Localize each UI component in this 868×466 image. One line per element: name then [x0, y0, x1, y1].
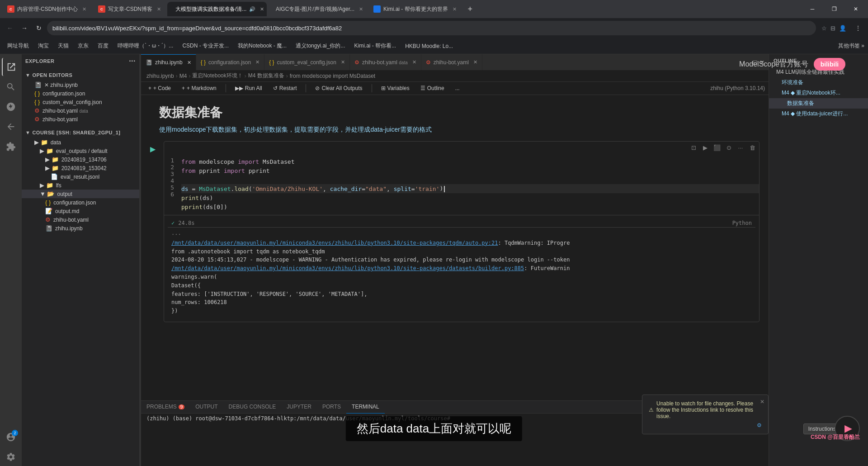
cell-tool-more-icon[interactable]: ···	[736, 143, 745, 152]
tab-kimi[interactable]: Kimi.ai - 帮你看更大的世界 ✕	[368, 2, 462, 16]
open-file-custom-eval[interactable]: { } custom_eval_config.json	[22, 98, 139, 106]
bookmark-baidu[interactable]: 百度	[94, 41, 112, 51]
bookmark-csdn[interactable]: CSDN - 专业开发...	[179, 41, 232, 51]
run-all-button[interactable]: ▶▶ Run All	[231, 84, 266, 93]
breadcrumb-zhihu[interactable]: zhihu.ipynb	[146, 73, 174, 79]
tab-close-bili[interactable]: ✕	[260, 6, 264, 12]
minimize-button[interactable]: ─	[802, 3, 823, 15]
add-markdown-button[interactable]: + + Markdown	[178, 84, 220, 93]
profile-icon[interactable]: 👤	[839, 25, 846, 32]
tab-close-aigc[interactable]: ✕	[359, 6, 363, 12]
outline-item-data-juicer[interactable]: M4 ◆ 使用data-juicer进行...	[769, 109, 868, 119]
clear-outputs-button[interactable]: ⊘ Clear All Outputs	[311, 84, 366, 93]
more-toolbar-button[interactable]: ...	[452, 84, 463, 93]
panel-tab-ports[interactable]: PORTS	[317, 401, 346, 414]
extensions-activity-icon[interactable]	[2, 138, 20, 156]
bookmark-tianmao[interactable]: 天猫	[54, 41, 72, 51]
settings-icon[interactable]	[2, 448, 20, 466]
close-button[interactable]: ✕	[845, 3, 866, 15]
open-file-zhihu-bot[interactable]: ⚙ zhihu-bot.yaml	[22, 115, 139, 124]
panel-tab-jupyter[interactable]: JUPYTER	[281, 401, 317, 414]
notification-close-button[interactable]: ✕	[760, 399, 764, 405]
extensions-button[interactable]: ⋮	[852, 22, 864, 34]
bookmark-网址导航[interactable]: 网址导航	[4, 41, 33, 51]
panel-tab-problems[interactable]: PROBLEMS 9	[141, 401, 190, 414]
output-link-1[interactable]: /mnt/data/data/user/maoyunlin.myl/minico…	[171, 240, 498, 246]
bilibili-button[interactable]: bilibili	[814, 58, 845, 71]
bookmark-hkbu[interactable]: HKBU Moodle: Lo...	[401, 42, 457, 50]
variables-button[interactable]: ⊞ Variables	[377, 84, 413, 93]
restore-button[interactable]: ❐	[824, 3, 844, 15]
cell-tool-clear-icon[interactable]: ⊙	[724, 143, 734, 152]
bookmarks-more[interactable]: 其他书签 »	[838, 42, 864, 50]
tab-bilibili-active[interactable]: 大模型微调实践数据准备/清... 🔊 ✕	[167, 2, 267, 16]
bookmark-star-icon[interactable]: ☆	[821, 25, 827, 32]
editor-tab-close-bot-data[interactable]: ✕	[412, 59, 416, 65]
git-icon[interactable]	[2, 98, 20, 116]
kernel-info[interactable]: zhihu (Python 3.10.14)	[710, 85, 765, 91]
file-zhihu-ipynb[interactable]: 📓 zhihu.ipynb	[22, 224, 139, 233]
editor-tab-config[interactable]: { } configuration.json ✕	[196, 54, 264, 70]
tab-csdn-manage[interactable]: C 内容管理-CSDN创作中心 ✕	[2, 2, 92, 16]
file-output-md[interactable]: 📝 output.md	[22, 207, 139, 215]
cell-tool-interrupt-icon[interactable]: ⬛	[712, 143, 722, 152]
outline-button[interactable]: ☰ Outline	[417, 84, 448, 93]
sidebar-header-explorer[interactable]: EXPLORER ···	[22, 54, 139, 68]
editor-tab-custom-eval[interactable]: { } custom_eval_config.json ✕	[264, 54, 350, 70]
outline-item-env[interactable]: 环境准备	[769, 77, 868, 88]
cell-tool-run-icon[interactable]: ▶	[700, 143, 710, 152]
folder-output[interactable]: ▼ 📂 output	[22, 190, 139, 198]
editor-tab-close-custom[interactable]: ✕	[341, 59, 345, 65]
editor-tab-close-bot[interactable]: ✕	[473, 59, 477, 65]
restart-button[interactable]: ↺ Restart	[269, 84, 301, 93]
cell-tool-copy-icon[interactable]: ⊡	[689, 143, 698, 152]
tab-close-kimi[interactable]: ✕	[453, 6, 457, 12]
cell-tool-delete-icon[interactable]: 🗑	[747, 143, 757, 152]
bookmark-jingdong[interactable]: 京东	[74, 41, 92, 51]
tab-close-csdn-write[interactable]: ✕	[157, 6, 161, 12]
explorer-icon[interactable]	[2, 58, 20, 76]
address-bar[interactable]: bilibili.com/video/BV1vuWpezEKx/?spm_id_…	[47, 21, 816, 35]
open-file-zhihu-ipynb[interactable]: 📓 ✕ zhihu.ipynb	[22, 81, 139, 89]
notification-settings-icon[interactable]: ⚙	[757, 422, 762, 428]
panel-tab-terminal[interactable]: TERMINAL	[346, 401, 385, 414]
file-config-json[interactable]: { } configuration.json	[22, 198, 139, 207]
editor-tab-bot[interactable]: ⚙ zhihu-bot.yaml ✕	[421, 54, 482, 70]
course-folder-header[interactable]: ▼ COURSE [SSH: SHARED_2GPU_1]	[22, 127, 139, 138]
breadcrumb-m4[interactable]: M4	[179, 73, 187, 79]
editor-tab-bot-data[interactable]: ⚙ zhihu-bot.yaml data ✕	[350, 54, 421, 70]
code-lines[interactable]: from modelscope import MsDataset from pp…	[178, 153, 759, 215]
breadcrumb-import[interactable]: from modelscope import MsDataset	[290, 73, 375, 79]
back-button[interactable]: ←	[4, 22, 16, 34]
forward-button[interactable]: →	[18, 22, 31, 34]
folder-data[interactable]: ▶ 📁 data	[22, 138, 139, 147]
reload-button[interactable]: ↻	[33, 22, 45, 34]
cell-run-button[interactable]: ▶	[150, 141, 164, 322]
bookmark-bilibili[interactable]: 哔哩哔哩（`・ω・´）...	[114, 41, 177, 51]
tab-csdn-write[interactable]: C 写文章-CSDN博客 ✕	[93, 2, 166, 16]
panel-tab-output[interactable]: OUTPUT	[190, 401, 223, 414]
bookmark-kimi[interactable]: Kimi.ai - 帮你看...	[350, 41, 400, 51]
outline-item-data-prep[interactable]: 数据集准备	[769, 98, 868, 109]
bookmark-tongyi[interactable]: 通义tongyi.ai_你的...	[292, 41, 349, 51]
panel-tab-debug[interactable]: DEBUG CONSOLE	[223, 401, 282, 414]
folder-lfs[interactable]: ▶ 📁 lfs	[22, 181, 139, 190]
folder-20240819-1[interactable]: ▶ 📁 20240819_134706	[22, 155, 139, 164]
folder-eval-outputs[interactable]: ▶ 📁 eval_outputs / default	[22, 147, 139, 155]
folder-20240819-2[interactable]: ▶ 📁 20240819_153042	[22, 164, 139, 172]
bookmark-taobao[interactable]: 淘宝	[34, 41, 52, 51]
open-editors-header[interactable]: ▼ OPEN EDITORS	[22, 70, 139, 81]
breadcrumb-restart[interactable]: 重启Notebook环境！	[192, 72, 242, 80]
editor-tab-close-config[interactable]: ✕	[255, 59, 259, 65]
outline-item-restart[interactable]: M4 ◆ 重启Notebook环...	[769, 88, 868, 98]
account-icon[interactable]: 2	[2, 428, 20, 446]
search-activity-icon[interactable]	[2, 78, 20, 96]
add-code-button[interactable]: + + Code	[145, 84, 175, 93]
open-file-zhihu-bot-data[interactable]: ⚙ zhihu-bot.yaml data	[22, 106, 139, 115]
cast-icon[interactable]: ⊟	[830, 25, 835, 32]
tab-close-csdn-manage[interactable]: ✕	[82, 6, 86, 12]
sidebar-more-icon[interactable]: ···	[129, 57, 136, 65]
editor-tab-zhihu-ipynb[interactable]: 📓 zhihu.ipynb ✕	[141, 54, 196, 70]
output-link-2[interactable]: /mnt/data/data/user/maoyunlin.myl/minico…	[171, 265, 524, 271]
bookmark-notebook[interactable]: 我的Notebook - 魔...	[234, 41, 290, 51]
